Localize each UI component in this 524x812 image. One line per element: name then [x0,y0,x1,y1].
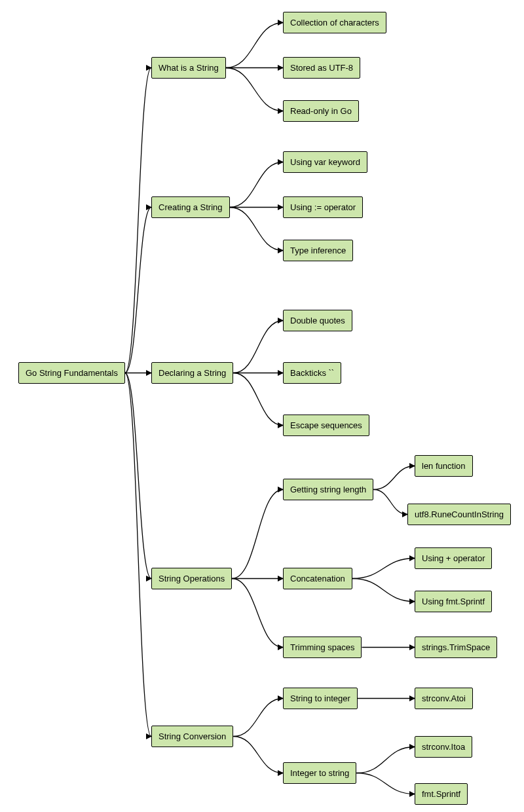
node-create_c3: Type inference [283,240,353,261]
node-conv_itoa_c1: strconv.Itoa [415,736,472,758]
edge-ops_len-ops_len_c1 [373,466,415,490]
node-ops_concat_c1: Using + operator [415,547,492,569]
edge-conv_itoa-conv_itoa_c1 [356,747,415,773]
edge-root-conv [125,373,151,737]
edge-ops-ops_len [232,490,283,579]
edge-root-what [125,68,151,373]
node-conv_itoa: Integer to string [283,762,356,784]
edge-what-what_c3 [226,68,283,111]
edge-conv_itoa-conv_itoa_c2 [356,773,415,794]
node-what: What is a String [151,57,226,79]
edge-ops-ops_trim [232,579,283,648]
node-conv_atoi: String to integer [283,688,358,709]
node-declare_c3: Escape sequences [283,415,369,436]
node-ops_len_c2: utf8.RuneCountInString [407,504,511,525]
node-ops_len_c1: len function [415,455,473,477]
node-ops_len: Getting string length [283,479,373,500]
node-declare: Declaring a String [151,362,233,384]
node-ops_trim: Trimming spaces [283,637,362,658]
edge-ops_len-ops_len_c2 [373,490,407,515]
edge-what-what_c1 [226,23,283,68]
node-conv_itoa_c2: fmt.Sprintf [415,783,468,805]
node-ops_trim_c1: strings.TrimSpace [415,637,497,658]
edge-declare-declare_c1 [233,321,283,373]
edge-root-create [125,208,151,373]
node-what_c1: Collection of characters [283,12,386,33]
edge-create-create_c1 [230,162,283,208]
node-create: Creating a String [151,196,230,218]
edge-conv-conv_itoa [233,737,283,773]
node-conv: String Conversion [151,726,233,747]
node-ops: String Operations [151,568,232,589]
node-create_c2: Using := operator [283,196,363,218]
node-what_c2: Stored as UTF-8 [283,57,360,79]
edge-ops_concat-ops_concat_c1 [352,559,415,579]
edge-conv-conv_atoi [233,699,283,737]
node-create_c1: Using var keyword [283,151,367,173]
edge-root-ops [125,373,151,579]
node-declare_c1: Double quotes [283,310,352,331]
node-declare_c2: Backticks `` [283,362,341,384]
node-what_c3: Read-only in Go [283,100,359,122]
node-root: Go String Fundamentals [18,362,125,384]
edge-ops_concat-ops_concat_c2 [352,579,415,602]
node-ops_concat_c2: Using fmt.Sprintf [415,591,492,612]
node-ops_concat: Concatenation [283,568,352,589]
edge-declare-declare_c3 [233,373,283,426]
node-conv_atoi_c1: strconv.Atoi [415,688,473,709]
edge-create-create_c3 [230,208,283,251]
